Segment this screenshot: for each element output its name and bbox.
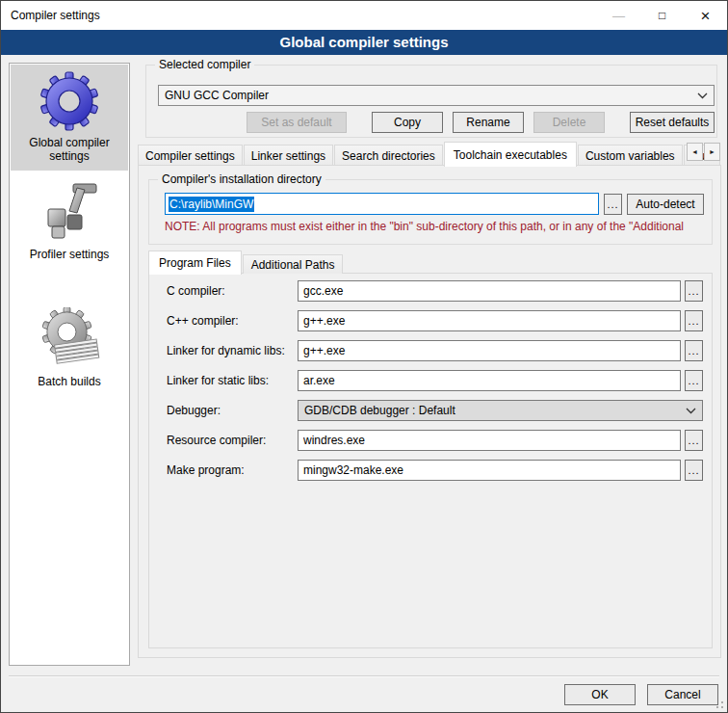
sidebar-item-label: Global compiler settings bbox=[13, 136, 126, 163]
selected-compiler-dropdown[interactable]: GNU GCC Compiler bbox=[158, 85, 715, 106]
field-label: Linker for dynamic libs: bbox=[167, 344, 298, 357]
tab-program-files[interactable]: Program Files bbox=[148, 251, 242, 275]
tab-scroll-right-button[interactable]: ► bbox=[704, 143, 720, 161]
tab-scroll-left-button[interactable]: ◄ bbox=[687, 143, 703, 161]
group-legend: Compiler's installation directory bbox=[158, 172, 325, 186]
settings-tab-strip: Compiler settings Linker settings Search… bbox=[138, 142, 721, 166]
dynamic-linker-input[interactable] bbox=[298, 340, 681, 361]
sidebar-item-global-compiler-settings[interactable]: Global compiler settings bbox=[11, 65, 128, 171]
arrow-left-icon: ◄ bbox=[691, 148, 698, 155]
sidebar-item-batch-builds[interactable]: Batch builds bbox=[11, 302, 128, 396]
chevron-down-icon bbox=[697, 92, 708, 99]
minimize-icon: — bbox=[612, 10, 625, 22]
selected-compiler-value: GNU GCC Compiler bbox=[165, 89, 693, 102]
auto-detect-button[interactable]: Auto-detect bbox=[627, 194, 704, 215]
rename-button[interactable]: Rename bbox=[453, 112, 524, 133]
chevron-down-icon bbox=[686, 408, 696, 414]
installation-directory-group: Compiler's installation directory C:\ray… bbox=[148, 179, 713, 245]
maximize-icon: □ bbox=[659, 10, 665, 21]
sidebar-item-profiler-settings[interactable]: Profiler settings bbox=[11, 172, 128, 269]
page-title: Global compiler settings bbox=[1, 30, 727, 55]
dynamic-linker-row: Linker for dynamic libs: ... bbox=[167, 340, 703, 361]
cpp-compiler-input[interactable] bbox=[298, 310, 681, 331]
field-label: Debugger: bbox=[167, 404, 298, 417]
set-as-default-button[interactable]: Set as default bbox=[247, 112, 347, 133]
window-title: Compiler settings bbox=[1, 9, 597, 22]
program-files-panel: C compiler: ... C++ compiler: ... Linker… bbox=[148, 273, 713, 648]
debugger-dropdown[interactable]: GDB/CDB debugger : Default bbox=[298, 400, 703, 421]
cancel-button[interactable]: Cancel bbox=[647, 684, 718, 705]
field-label: C compiler: bbox=[167, 284, 298, 298]
settings-category-list: Global compiler settings bbox=[9, 63, 130, 666]
make-program-input[interactable] bbox=[298, 460, 681, 481]
static-linker-row: Linker for static libs: ... bbox=[167, 370, 703, 391]
resource-compiler-browse-button[interactable]: ... bbox=[685, 430, 703, 451]
install-dir-browse-button[interactable]: ... bbox=[604, 194, 622, 215]
tab-toolchain-executables[interactable]: Toolchain executables bbox=[444, 142, 577, 167]
tab-search-directories[interactable]: Search directories bbox=[334, 145, 443, 166]
dialog-content: Global compiler settings bbox=[1, 55, 727, 712]
delete-button[interactable]: Delete bbox=[533, 112, 605, 133]
installation-directory-row: C:\raylib\MinGW ... Auto-detect bbox=[165, 193, 704, 215]
c-compiler-row: C compiler: ... bbox=[167, 280, 703, 302]
arrow-right-icon: ► bbox=[709, 148, 715, 155]
tab-compiler-settings[interactable]: Compiler settings bbox=[138, 145, 243, 166]
footer-divider bbox=[9, 675, 719, 677]
blue-gear-icon bbox=[39, 70, 100, 132]
field-label: C++ compiler: bbox=[167, 314, 298, 328]
copy-button[interactable]: Copy bbox=[372, 112, 443, 133]
tab-linker-settings[interactable]: Linker settings bbox=[244, 145, 333, 166]
compiler-settings-dialog: Compiler settings — □ × Global compiler … bbox=[0, 0, 728, 713]
resize-grip[interactable] bbox=[721, 706, 723, 708]
debugger-value: GDB/CDB debugger : Default bbox=[304, 404, 682, 417]
cpp-compiler-row: C++ compiler: ... bbox=[167, 310, 703, 331]
resource-compiler-row: Resource compiler: ... bbox=[167, 430, 703, 451]
install-dir-input[interactable]: C:\raylib\MinGW bbox=[165, 193, 599, 215]
field-label: Resource compiler: bbox=[167, 434, 298, 447]
close-icon: × bbox=[701, 8, 711, 24]
batch-builds-icon bbox=[39, 307, 100, 371]
profiler-icon bbox=[39, 178, 100, 244]
field-label: Linker for static libs: bbox=[167, 374, 298, 387]
cpp-compiler-browse-button[interactable]: ... bbox=[685, 310, 703, 331]
make-program-browse-button[interactable]: ... bbox=[685, 460, 703, 481]
make-program-row: Make program: ... bbox=[167, 460, 703, 481]
tab-additional-paths[interactable]: Additional Paths bbox=[243, 254, 344, 274]
maximize-button[interactable]: □ bbox=[640, 1, 684, 30]
sidebar-item-label: Batch builds bbox=[13, 375, 126, 388]
debugger-row: Debugger: GDB/CDB debugger : Default bbox=[167, 400, 703, 421]
bin-subdirectory-note: NOTE: All programs must exist either in … bbox=[165, 220, 710, 233]
resource-compiler-input[interactable] bbox=[298, 430, 681, 451]
minimize-button[interactable]: — bbox=[597, 1, 640, 30]
program-files-tab-strip: Program Files Additional Paths bbox=[148, 250, 344, 274]
dynamic-linker-browse-button[interactable]: ... bbox=[685, 340, 703, 361]
compiler-buttons-row: Set as default Copy Rename Delete Reset … bbox=[146, 112, 715, 133]
tab-scroll-buttons: ◄ ► bbox=[686, 143, 720, 161]
toolchain-executables-page: Compiler's installation directory C:\ray… bbox=[138, 165, 721, 658]
sidebar-item-label: Profiler settings bbox=[13, 248, 126, 261]
install-dir-selected-text: C:\raylib\MinGW bbox=[169, 197, 254, 212]
group-legend: Selected compiler bbox=[155, 58, 254, 71]
selected-compiler-group: Selected compiler GNU GCC Compiler Set a… bbox=[145, 65, 717, 138]
reset-defaults-button[interactable]: Reset defaults bbox=[630, 112, 715, 133]
c-compiler-browse-button[interactable]: ... bbox=[685, 280, 703, 302]
close-button[interactable]: × bbox=[684, 1, 727, 30]
tab-custom-variables[interactable]: Custom variables bbox=[578, 145, 683, 166]
c-compiler-input[interactable] bbox=[298, 280, 681, 302]
field-label: Make program: bbox=[167, 463, 298, 477]
static-linker-browse-button[interactable]: ... bbox=[685, 370, 703, 391]
ok-button[interactable]: OK bbox=[564, 684, 636, 705]
static-linker-input[interactable] bbox=[298, 370, 681, 391]
title-bar: Compiler settings — □ × bbox=[1, 1, 727, 30]
